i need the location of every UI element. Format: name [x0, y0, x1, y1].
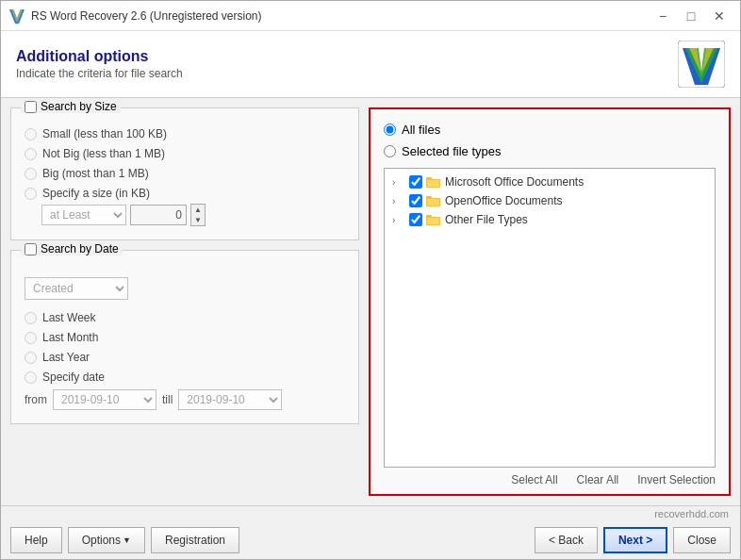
date-type-select[interactable]: Created Modified Accessed [25, 277, 128, 300]
window-title: RS Word Recovery 2.6 (Unregistered versi… [31, 9, 650, 23]
svg-rect-12 [427, 199, 439, 206]
bottom-buttons: Help Options ▼ Registration < Back Next … [1, 521, 740, 559]
all-files-radio[interactable]: All files [384, 123, 716, 137]
right-panel: All files Selected file types › [369, 107, 731, 496]
date-range-row: from 2019-09-10 till 2019-09-10 [25, 389, 345, 410]
main-content: Search by Size Small (less than 100 KB) … [1, 98, 740, 505]
tree-label-openoffice: OpenOffice Documents [445, 194, 563, 207]
page-subtitle: Indicate the criteria for file search [16, 67, 183, 80]
date-radio-last-year[interactable]: Last Year [25, 351, 345, 364]
clear-all-button[interactable]: Clear All [577, 473, 619, 486]
search-by-size-title: Search by Size [21, 100, 121, 113]
search-by-date-group: Search by Date Created Modified Accessed… [10, 250, 359, 424]
maximize-button[interactable]: □ [678, 6, 704, 26]
from-label: from [25, 393, 47, 406]
size-radio-not-big[interactable]: Not Big (less than 1 MB) [25, 147, 345, 160]
back-button[interactable]: < Back [535, 527, 598, 553]
size-spinner: ▲ ▼ [190, 204, 206, 226]
till-date-select[interactable]: 2019-09-10 [178, 389, 282, 410]
folder-icon-office [426, 175, 441, 189]
all-files-label: All files [402, 123, 440, 137]
page-title: Additional options [16, 48, 183, 65]
size-radio-group: Small (less than 100 KB) Not Big (less t… [25, 127, 345, 200]
size-spin-down[interactable]: ▼ [191, 215, 205, 225]
close-window-button[interactable]: ✕ [706, 6, 733, 26]
search-by-size-label: Search by Size [41, 100, 117, 113]
tree-arrow-openoffice: › [392, 196, 405, 206]
app-icon [8, 8, 25, 25]
size-value-input[interactable] [130, 205, 187, 225]
size-radio-big[interactable]: Big (most than 1 MB) [25, 167, 345, 180]
window-controls: − □ ✕ [650, 6, 733, 26]
size-input-row: at Least at Most ▲ ▼ [41, 204, 345, 226]
tree-check-openoffice[interactable] [409, 194, 422, 207]
registration-button[interactable]: Registration [151, 527, 239, 553]
invert-selection-button[interactable]: Invert Selection [637, 473, 716, 486]
size-spin-up[interactable]: ▲ [191, 205, 205, 215]
folder-icon-other [426, 213, 441, 226]
search-by-date-title: Search by Date [21, 242, 123, 255]
tree-item-other[interactable]: › Other File Types [385, 210, 715, 229]
tree-check-office[interactable] [409, 175, 422, 189]
size-radio-specify[interactable]: Specify a size (in KB) [25, 187, 345, 200]
app-logo [678, 41, 725, 88]
main-window: RS Word Recovery 2.6 (Unregistered versi… [0, 0, 741, 560]
close-button[interactable]: Close [673, 527, 731, 553]
recover-url: recoverhdd.com [1, 506, 740, 521]
bottom-bar: recoverhdd.com Help Options ▼ Registrati… [1, 505, 740, 559]
search-by-date-checkbox[interactable] [25, 243, 37, 255]
date-radio-specify[interactable]: Specify date [25, 371, 345, 384]
left-panel: Search by Size Small (less than 100 KB) … [10, 107, 359, 496]
select-all-button[interactable]: Select All [511, 473, 557, 486]
tree-item-openoffice[interactable]: › OpenOffice Documents [385, 191, 715, 210]
options-button[interactable]: Options ▼ [68, 527, 145, 553]
svg-rect-9 [427, 180, 439, 187]
minimize-button[interactable]: − [650, 6, 676, 26]
next-button[interactable]: Next > [603, 527, 667, 553]
search-by-size-group: Search by Size Small (less than 100 KB) … [10, 107, 359, 240]
options-dropdown-arrow: ▼ [123, 535, 131, 545]
tree-item-office[interactable]: › Microsoft Office Documents [385, 173, 715, 191]
from-date-select[interactable]: 2019-09-10 [53, 389, 156, 410]
header-section: Additional options Indicate the criteria… [1, 31, 740, 98]
selected-types-radio[interactable]: Selected file types [384, 144, 716, 158]
tree-check-other[interactable] [409, 213, 422, 226]
folder-icon-openoffice [426, 194, 441, 207]
date-radio-last-month[interactable]: Last Month [25, 331, 345, 344]
tree-label-other: Other File Types [445, 213, 528, 226]
tree-actions: Select All Clear All Invert Selection [384, 468, 716, 486]
title-bar: RS Word Recovery 2.6 (Unregistered versi… [1, 1, 740, 31]
selected-types-label: Selected file types [402, 144, 502, 158]
tree-label-office: Microsoft Office Documents [445, 175, 584, 189]
size-radio-small[interactable]: Small (less than 100 KB) [25, 127, 345, 140]
tree-arrow-other: › [392, 215, 405, 225]
svg-rect-15 [427, 218, 439, 224]
till-label: till [162, 393, 173, 406]
date-radio-last-week[interactable]: Last Week [25, 311, 345, 324]
at-least-select[interactable]: at Least at Most [41, 205, 126, 225]
file-type-tree[interactable]: › Microsoft Office Documents › [384, 168, 716, 468]
header-titles: Additional options Indicate the criteria… [16, 48, 183, 80]
search-by-size-checkbox[interactable] [25, 101, 37, 113]
file-type-header: All files Selected file types [384, 123, 716, 158]
help-button[interactable]: Help [10, 527, 62, 553]
date-radio-group: Last Week Last Month Last Year Specify d… [25, 311, 345, 384]
search-by-date-label: Search by Date [41, 242, 119, 255]
tree-arrow-office: › [392, 177, 405, 188]
